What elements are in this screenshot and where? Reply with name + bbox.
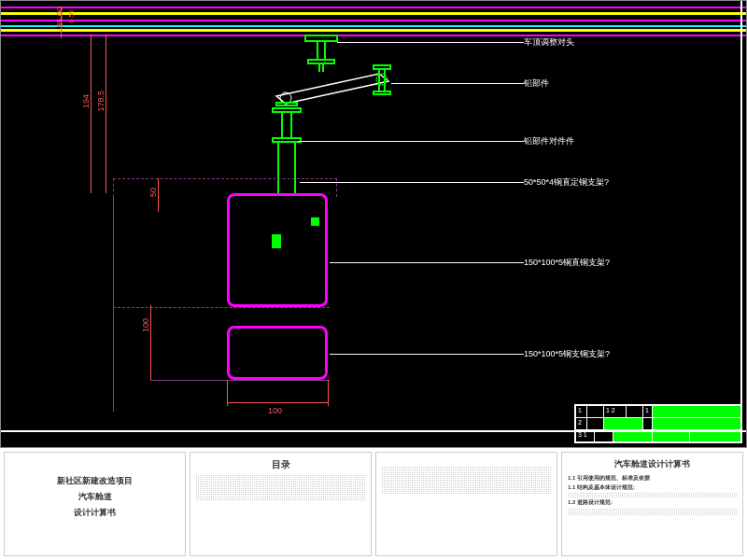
tb-r2c5: [643, 418, 653, 429]
thumb1-line2: 汽车舱道: [10, 491, 179, 503]
thumb4-title: 汽车舱道设计计算书: [568, 458, 737, 470]
nut-3a: [275, 102, 298, 106]
rail-top-1: [1, 7, 747, 8]
leader-3: [298, 141, 524, 142]
tb-r1c1: 1: [576, 406, 587, 417]
dim-ext-1785: [106, 35, 106, 193]
dim-194: 194: [81, 94, 91, 108]
tb-r2c3: 1 看列标: [604, 418, 643, 429]
dim-ext-100b-l: [227, 380, 228, 406]
rail-top-4: [1, 25, 747, 27]
nut-2b: [373, 91, 391, 95]
dim-100: 100: [141, 318, 150, 332]
thumb4-sec12: 1.2 道路设计规范:: [568, 498, 737, 508]
thumb-cover[interactable]: 新社区新建改造项目 汽车舱道 设计计算书: [4, 452, 186, 556]
dim-ext-100b-r: [328, 380, 329, 406]
tb-r2c1: 2: [576, 418, 587, 429]
context-left-v: [113, 197, 114, 412]
leader-6: [330, 354, 524, 355]
plate-1: [272, 137, 302, 143]
dim-85: 85.00: [55, 7, 64, 28]
cad-drawing-viewport: 85.00 6.59 194 178.5 50 100 150 34 100: [0, 0, 747, 448]
tb-r2c2: [587, 418, 604, 429]
rail-top-5: [1, 29, 747, 32]
tb-r1c4: [627, 406, 643, 417]
thumb4-sec11b: 1.1 结构及基本体设计规范:: [568, 483, 737, 493]
dim-50: 50: [148, 188, 158, 197]
frame-right: [740, 1, 742, 432]
dim-ext-50: [158, 178, 159, 212]
bolt-3: [281, 113, 292, 137]
rail-top-3: [1, 20, 747, 21]
leader-4: [300, 182, 524, 183]
rail-top-2: [1, 12, 747, 15]
thumb-page-1[interactable]: 汽车舱道设计计算书 1.1 引用使用的规范、标准及依据 1.1 结构及基本体设计…: [561, 452, 743, 556]
bolt-shaft-1: [317, 42, 326, 61]
bolt-2: [378, 70, 386, 91]
thumb4-sec11: 1.1 引用使用的规范、标准及依据: [568, 474, 737, 483]
dim-line-100b: [227, 402, 328, 403]
thumb-toc-1[interactable]: 目录: [190, 452, 372, 556]
tube-lower: [227, 326, 328, 380]
thumb2-title: 目录: [196, 458, 365, 471]
tb-row-2: 2 1 看列标 1 栏点环图: [576, 417, 740, 429]
anno-2: 铝部件: [524, 77, 549, 90]
leader-2: [391, 83, 524, 84]
tb-r1c3: 1 2: [604, 406, 627, 417]
dim-659: 6.59: [68, 10, 75, 23]
dim-ext-194: [91, 35, 92, 193]
leader-5: [330, 262, 524, 263]
anno-5: 150*100*5铜直铜支架?: [524, 257, 610, 269]
dim-100b: 100: [268, 406, 282, 415]
anno-1: 车顶调整对头: [524, 36, 574, 49]
clamp-top: [304, 35, 338, 42]
anno-4: 50*50*4铜直定铜支架?: [524, 176, 609, 189]
context-midline: [113, 307, 330, 308]
tube-upper: [227, 193, 328, 307]
dim-1785: 178.5: [96, 91, 106, 112]
context-baseline: [150, 380, 330, 381]
frame-bottom: [1, 430, 747, 432]
thumbnail-strip: 新社区新建改造项目 汽车舱道 设计计算书 目录 汽车舱道设计计算书 1.1 引用…: [0, 448, 747, 560]
tb-drawing-title: 污水管道抗点图: [653, 406, 740, 417]
dim-34: 34: [311, 217, 319, 226]
leader-1: [337, 42, 524, 43]
thumb1-line3: 设计计算书: [10, 507, 179, 519]
dim-150: 150: [272, 234, 281, 248]
anno-3: 铝部件对件件: [524, 135, 574, 147]
tb-r2c7: 1 栏点环图: [653, 418, 740, 429]
thumb-toc-2[interactable]: [375, 452, 557, 556]
anno-6: 150*100*5铜支铜支架?: [524, 348, 610, 360]
rail-top-6: [1, 35, 747, 36]
tb-r1c2: [587, 406, 604, 417]
tb-row-1: 1 1 2 1 污水管道抗点图: [576, 406, 740, 417]
dim-ext-100: [150, 305, 151, 380]
title-block: 1 1 2 1 污水管道抗点图 2 1 看列标 1 栏点环图 3 1 图号 16…: [574, 404, 742, 443]
thumb1-line1: 新社区新建改造项目: [10, 475, 179, 487]
tb-r1c5: 1: [643, 406, 653, 417]
